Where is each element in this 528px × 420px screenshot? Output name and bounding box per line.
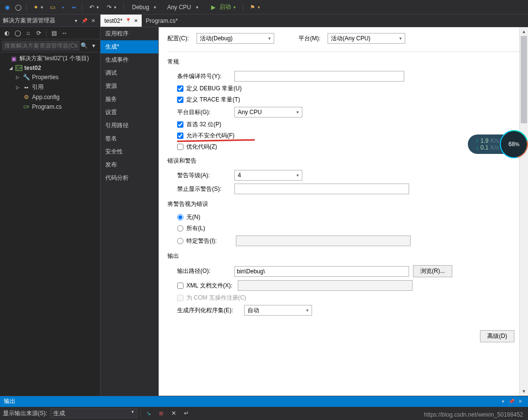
nav-signing[interactable]: 签名 [100,132,158,145]
config-select[interactable]: 活动(Debug) [197,33,274,44]
treat-specific-label: 特定警告(I): [186,237,233,245]
properties-label: Properties [32,74,59,81]
wrap-icon[interactable]: ↵ [182,408,191,418]
net-pct-value: 68 [509,141,515,148]
tab-test02[interactable]: test02* 📍 ✕ [100,15,142,27]
scroll-up-icon[interactable]: ▲ [520,27,528,36]
nav-code-analysis[interactable]: 代码分析 [100,171,158,185]
output-close-icon[interactable]: ✕ [516,398,524,405]
nav-build-events[interactable]: 生成事件 [100,53,158,67]
scroll-thumb[interactable] [521,36,527,123]
platform-combo[interactable]: Any CPU [163,2,206,12]
vertical-scrollbar[interactable]: ▲ ▼ [519,27,528,396]
home-icon[interactable]: ⌂ [23,28,33,38]
new-item-dropdown[interactable]: ✦ [31,3,46,12]
project-node[interactable]: ◢ C# test02 [0,64,100,72]
config-value: 活动(Debug) [200,34,232,43]
nav-build[interactable]: 生成* [100,40,158,53]
pin-icon[interactable]: 📌 [81,17,88,24]
output-pin-icon[interactable]: 📌 [508,398,515,405]
serialization-select[interactable]: 自动 [244,305,312,316]
advanced-button[interactable]: 高级(D) [480,330,514,342]
solution-tree: ▣ 解决方案"test02"(1 个项目) ◢ C# test02 ▷ 🔧 Pr… [0,52,100,396]
nav-publish[interactable]: 发布 [100,158,158,171]
output-dropdown-icon[interactable]: ▾ [499,398,507,405]
cond-symbols-label: 条件编译符号(Y): [177,72,231,81]
nav-application[interactable]: 应用程序 [100,27,158,40]
main-toolbar: ◉ ◯ ✦ ▭ ▪ ▪▪ ↶ ↷ Debug Any CPU ▶ 启动 ⚑ [0,0,528,15]
nav-services[interactable]: 服务 [100,93,158,106]
cond-symbols-input[interactable] [234,71,404,82]
search-dropdown-icon[interactable]: ▾ [89,41,98,50]
properties-node[interactable]: ▷ 🔧 Properties [0,72,100,82]
goto-icon[interactable]: ↘ [144,408,153,418]
define-debug-check[interactable]: 定义 DEBUG 常量(U) [177,84,519,93]
net-up-value: 1.9 [480,137,489,144]
treat-none-radio[interactable]: 无(N) [177,213,519,221]
pin-tab-icon[interactable]: 📍 [125,18,131,23]
solution-node[interactable]: ▣ 解决方案"test02"(1 个项目) [0,53,100,64]
clear-icon[interactable]: ✕ [169,408,179,418]
refresh-icon[interactable]: ⟳ [34,28,44,38]
nav-debug[interactable]: 调试 [100,67,158,80]
nav-forward-icon[interactable]: ◯ [14,3,22,12]
treat-specific-input [236,235,411,246]
programcs-node[interactable]: C# Program.cs [0,102,100,112]
warn-level-select[interactable]: 4 [234,170,302,181]
nav-settings[interactable]: 设置 [100,106,158,119]
scroll-down-icon[interactable]: ▼ [520,387,528,396]
redo-dropdown[interactable]: ↷ [104,3,119,12]
treat-all-radio[interactable]: 所有(L) [177,224,519,233]
references-icon: ▪▪ [22,84,30,91]
nav-security[interactable]: 安全性 [100,145,158,158]
suppress-label: 禁止显示警告(S): [177,185,231,193]
nav-resources[interactable]: 资源 [100,80,158,93]
net-percent-circle: 68% [500,130,528,158]
suppress-input[interactable] [234,184,409,194]
allow-unsafe-label: 允许不安全代码(F) [186,132,234,140]
platform-select[interactable]: 活动(Any CPU) [328,33,405,44]
close-icon[interactable]: ✕ [89,17,97,24]
property-nav: 应用程序 生成* 生成事件 调试 资源 服务 设置 引用路径 签名 安全性 发布… [100,27,159,396]
treat-all-label: 所有(L) [186,224,205,233]
define-trace-check[interactable]: 定义 TRACE 常量(T) [177,96,519,104]
search-input[interactable] [2,41,80,50]
network-monitor-widget[interactable]: ↑1.9K/s ↓0.1K/s 68% [468,130,528,158]
tab-programcs[interactable]: Program.cs* [142,15,182,27]
xml-doc-label: XML 文档文件(X): [186,282,235,290]
back-icon[interactable]: ◐ [2,28,12,38]
output-source-select[interactable]: 生成 [50,408,137,418]
config-combo[interactable]: Debug [128,2,161,12]
com-interop-label: 为 COM 互操作注册(C) [186,294,246,302]
define-debug-label: 定义 DEBUG 常量(U) [186,84,242,93]
collapse-icon[interactable]: ↔ [60,28,69,38]
appconfig-node[interactable]: ⚙ App.config [0,92,100,102]
output-path-label: 输出路径(O): [177,267,231,275]
nav-back-icon[interactable]: ◉ [3,3,12,12]
show-output-label: 显示输出来源(S): [3,409,47,418]
save-icon[interactable]: ▪ [59,3,67,12]
net-pct-sym: % [515,142,519,147]
prefer32-check[interactable]: 首选 32 位(P) [177,120,519,129]
browse-button[interactable]: 浏览(R)... [413,265,452,277]
close-tab-icon[interactable]: ✕ [134,18,138,23]
references-node[interactable]: ▷ ▪▪ 引用 [0,82,100,92]
xml-doc-check[interactable] [177,283,183,289]
filter-icon[interactable]: ≣ [156,408,166,418]
undo-dropdown[interactable]: ↶ [86,3,102,12]
toolbar-extra-icon[interactable]: ⚑ [247,3,263,12]
nav-ref-paths[interactable]: 引用路径 [100,119,158,132]
panel-dropdown-icon[interactable]: ▾ [72,17,80,24]
platform-target-select[interactable]: Any CPU [234,107,302,118]
net-down-value: 0.1 [480,144,489,151]
save-all-icon[interactable]: ▪▪ [69,3,78,12]
treat-specific-radio[interactable] [177,238,183,244]
start-button[interactable]: ▶ 启动 [208,2,238,12]
output-path-input[interactable] [234,266,409,277]
show-all-icon[interactable]: ▤ [49,28,59,38]
open-icon[interactable]: ▭ [48,3,57,12]
forward-icon[interactable]: ◯ [13,28,22,38]
com-interop-check [177,295,183,301]
config-file-icon: ⚙ [22,93,30,101]
search-icon[interactable]: 🔍 [80,41,89,50]
